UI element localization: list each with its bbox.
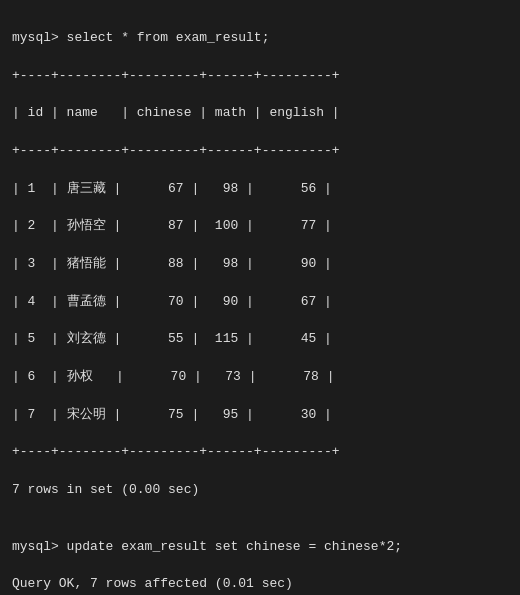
block1-row4: | 5 | 刘玄德 | 55 | 115 | 45 | [12, 331, 332, 346]
block1-row1: | 2 | 孙悟空 | 87 | 100 | 77 | [12, 218, 332, 233]
block1-row5: | 6 | 孙权 | 70 | 73 | 78 | [12, 369, 334, 384]
block1-header: | id | name | chinese | math | english | [12, 105, 340, 120]
block2-prompt: mysql> update exam_result set chinese = … [12, 539, 402, 554]
terminal-window: mysql> select * from exam_result; +----+… [12, 10, 508, 595]
block1-sep1: +----+--------+---------+------+--------… [12, 68, 340, 83]
block1-prompt: mysql> select * from exam_result; [12, 30, 269, 45]
block1-sep2: +----+--------+---------+------+--------… [12, 143, 340, 158]
block1-row6: | 7 | 宋公明 | 75 | 95 | 30 | [12, 407, 332, 422]
block1-footer: 7 rows in set (0.00 sec) [12, 482, 199, 497]
block1-row0: | 1 | 唐三藏 | 67 | 98 | 56 | [12, 181, 332, 196]
block1-sep3: +----+--------+---------+------+--------… [12, 444, 340, 459]
block2-line1: Query OK, 7 rows affected (0.01 sec) [12, 576, 293, 591]
block1-row3: | 4 | 曹孟德 | 70 | 90 | 67 | [12, 294, 332, 309]
block1-row2: | 3 | 猪悟能 | 88 | 98 | 90 | [12, 256, 332, 271]
